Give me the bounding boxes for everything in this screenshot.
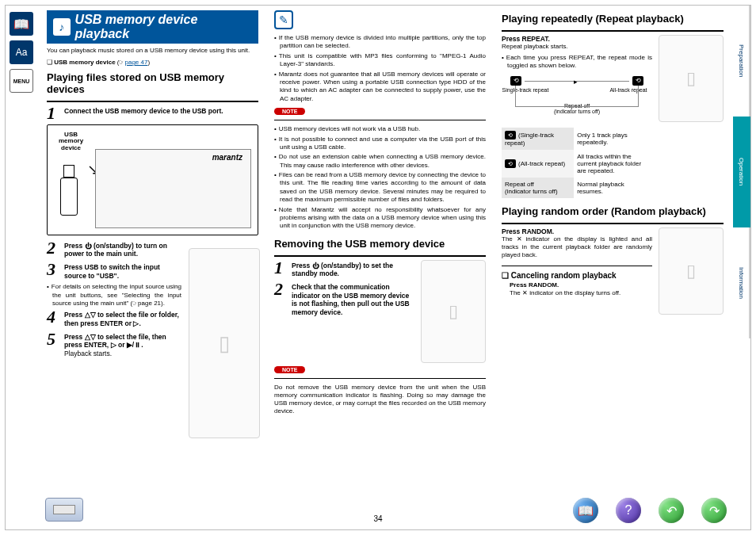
table-row: ⟲(All-track repeat)All tracks within the… <box>502 150 652 178</box>
column-2: ✎ If the USB memory device is divided in… <box>266 6 494 529</box>
font-size-icon[interactable]: Aa <box>10 40 33 64</box>
usb-connection-diagram: USB memory device ↘ <box>47 124 258 235</box>
note-bullet-3: Do not use an extension cable when conne… <box>274 153 486 170</box>
section-playing-files: Playing files stored on USB memory devic… <box>47 72 258 96</box>
page-47-link[interactable]: page 47 <box>125 59 148 66</box>
single-repeat-icon: ⟲ <box>505 131 516 139</box>
note-bullet-4: Files can be read from a USB memory devi… <box>274 171 486 204</box>
usb-label: USB memory device <box>59 132 83 152</box>
press-random: Press RANDOM. <box>502 227 554 235</box>
usb-link-line: ❏ USB memory device (☞page 47) <box>47 59 258 66</box>
tab-preparation[interactable]: Preparation <box>733 6 750 117</box>
step-5: 5 Press △▽ to select the file, then pres… <box>47 331 181 358</box>
page-title: USB memory device playback <box>75 13 252 41</box>
repeat-mode-diagram: ⟲ ⟲ ▸ Single-track repeat All-track repe… <box>502 74 652 124</box>
section-repeat: Playing repeatedly (Repeat playback) <box>502 13 724 25</box>
page-number: 34 <box>373 514 382 523</box>
section-removing-usb: Removing the USB memory device <box>274 239 486 250</box>
note-badge-2: NOTE <box>274 366 305 373</box>
diag-off: Repeat off (indicator turns off) <box>502 103 651 114</box>
note-bullet-5: Note that Marantz will accept no respons… <box>274 206 486 231</box>
cancel-step2: The ✕ indicator on the display turns off… <box>510 289 620 296</box>
remote-control-diagram: ▯ <box>189 248 260 438</box>
remove-step-1: 1 Press ⏻ (on/standby) to set the standb… <box>274 260 416 278</box>
single-repeat-icon: ⟲ <box>510 76 521 86</box>
left-nav-rail: 📖 Aa MENU <box>6 6 37 529</box>
cancel-step1: Press RANDOM. <box>510 281 652 289</box>
all-repeat-icon: ⟲ <box>632 76 643 86</box>
repeat-each: Each time you press REPEAT, the repeat m… <box>502 54 652 71</box>
usb-stick-drawing <box>55 165 82 220</box>
diag-all: All-track repeat <box>601 87 656 93</box>
nav-forward-button[interactable]: ↷ <box>701 498 727 523</box>
remote-small-diagram: ▯ <box>421 260 486 363</box>
cancel-random-heading: ❏ Canceling random playback <box>502 271 652 280</box>
remote-repeat-diagram: ▯ <box>659 35 724 122</box>
section-random: Playing random order (Random playback) <box>502 206 724 218</box>
step-3: 3 Press USB to switch the input source t… <box>47 262 181 280</box>
bottom-nav: 📖 ? ↶ ↷ <box>573 498 727 523</box>
table-row: ⟲(Single-track repeat)Only 1 track plays… <box>502 128 652 150</box>
remove-note-text: Do not remove the USB memory device from… <box>274 384 486 415</box>
press-repeat: Press REPEAT. <box>502 35 550 43</box>
note-badge: NOTE <box>274 108 305 115</box>
remote-random-diagram: ▯ <box>659 227 724 315</box>
note-bullet-1: USB memory devices will not work via a U… <box>274 125 486 133</box>
section-tabs: Preparation Operation Information <box>733 6 750 338</box>
col2-bullet-1: If the USB memory device is divided into… <box>274 34 486 51</box>
device-front-panel <box>95 149 251 228</box>
note-bullet-2: It is not possible to connect and use a … <box>274 136 486 152</box>
table-row: Repeat off (indicator turns off)Normal p… <box>502 178 652 198</box>
page-title-bar: ♪ USB memory device playback <box>47 10 258 44</box>
col2-bullet-2: This unit is compatible with MP3 files c… <box>274 52 486 69</box>
column-1: ♪ USB memory device playback You can pla… <box>39 6 266 529</box>
column-3: Playing repeatedly (Repeat playback) Pre… <box>494 6 731 529</box>
step-1: 1 Connect the USB memory device to the U… <box>47 105 258 121</box>
divider <box>47 101 258 102</box>
repeat-mode-table: ⟲(Single-track repeat)Only 1 track plays… <box>502 128 652 198</box>
diag-single: Single-track repeat <box>498 87 553 93</box>
step3-note: For details on selecting the input sourc… <box>47 283 181 308</box>
repeat-sub: Repeat playback starts. <box>502 43 652 51</box>
intro-text: You can playback music stored on a USB m… <box>47 47 258 54</box>
step-2: 2 Press ⏻ (on/standby) to turn on power … <box>47 240 181 258</box>
pencil-icon: ✎ <box>274 10 293 29</box>
music-note-icon: ♪ <box>53 18 71 36</box>
remove-step-2: 2 Check that the communication indicator… <box>274 281 416 317</box>
all-repeat-icon: ⟲ <box>505 159 516 168</box>
nav-contents-button[interactable]: 📖 <box>573 498 598 523</box>
tab-operation[interactable]: Operation <box>733 117 750 227</box>
nav-help-button[interactable]: ? <box>616 498 641 523</box>
arrow-right-icon: ▸ <box>574 78 578 86</box>
contents-icon[interactable]: 📖 <box>10 12 33 36</box>
step-4: 4 Press △▽ to select the file or folder,… <box>47 309 181 327</box>
menu-icon[interactable]: MENU <box>10 69 33 93</box>
tab-information[interactable]: Information <box>733 227 750 338</box>
nav-back-button[interactable]: ↶ <box>659 498 684 523</box>
device-thumbnail[interactable] <box>45 498 83 522</box>
random-text: The ✕ indicator on the display is lighte… <box>502 235 652 259</box>
col2-bullet-3: Marantz does not guarantee that all USB … <box>274 71 486 104</box>
